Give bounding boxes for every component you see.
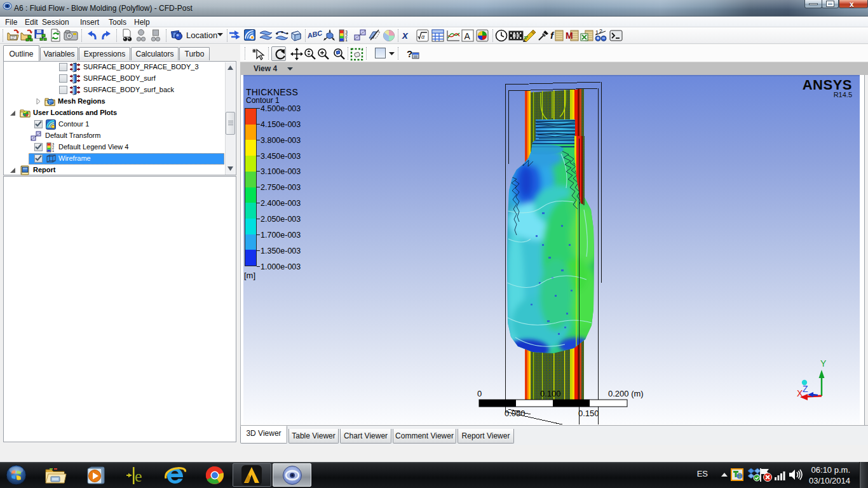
svg-text:Z: Z xyxy=(803,384,808,394)
svg-text:Y: Y xyxy=(820,358,827,369)
svg-text:M: M xyxy=(566,30,573,41)
svg-text:0.050: 0.050 xyxy=(505,409,526,418)
svg-text:A: A xyxy=(465,31,471,41)
svg-text:α: α xyxy=(421,34,425,40)
svg-text:1: 1 xyxy=(52,149,54,152)
svg-text:e: e xyxy=(135,467,142,484)
svg-text:ABC: ABC xyxy=(308,30,323,39)
svg-text:0.100: 0.100 xyxy=(540,389,561,398)
svg-text:1: 1 xyxy=(345,37,348,42)
svg-text:0.200 (m): 0.200 (m) xyxy=(608,389,644,398)
svg-text:0: 0 xyxy=(477,389,482,398)
svg-text:?: ? xyxy=(407,48,412,59)
svg-text:x: x xyxy=(402,30,409,41)
svg-text:0.150: 0.150 xyxy=(578,409,599,418)
svg-text:f: f xyxy=(550,30,555,41)
